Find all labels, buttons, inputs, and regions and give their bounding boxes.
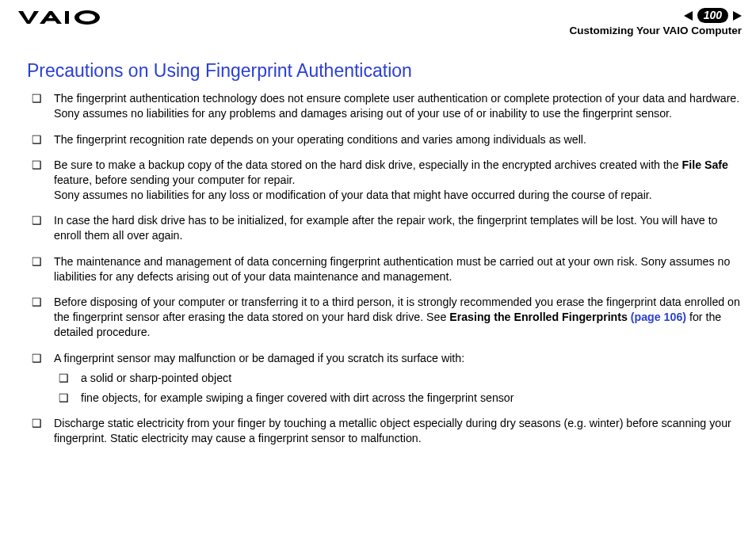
list-text: The fingerprint authentication technolog… <box>54 92 739 105</box>
list-item: The maintenance and management of data c… <box>32 254 742 284</box>
list-item: Discharge static electricity from your f… <box>32 416 742 446</box>
next-page-arrow-icon[interactable] <box>733 11 742 21</box>
list-text: The maintenance and management of data c… <box>54 255 730 283</box>
bold-term: File Safe <box>682 158 728 171</box>
list-item: fine objects, for example swiping a fing… <box>59 391 742 406</box>
list-text: The fingerprint recognition rate depends… <box>54 133 586 146</box>
sub-list: a solid or sharp-pointed object fine obj… <box>59 371 742 406</box>
bold-term: Erasing the Enrolled Fingerprints <box>449 311 631 323</box>
list-item: a solid or sharp-pointed object <box>59 371 742 386</box>
list-item: A fingerprint sensor may malfunction or … <box>32 351 742 406</box>
prev-page-arrow-icon[interactable] <box>684 11 693 21</box>
page-link[interactable]: (page 106) <box>631 311 686 323</box>
list-text: fine objects, for example swiping a fing… <box>81 391 514 404</box>
list-text: A fingerprint sensor may malfunction or … <box>54 352 464 364</box>
page-header: 100 Customizing Your VAIO Computer <box>17 8 742 38</box>
precautions-list: The fingerprint authentication technolog… <box>32 91 742 446</box>
svg-rect-0 <box>65 11 69 24</box>
list-text: feature, before sending your computer fo… <box>54 174 295 186</box>
vaio-logo <box>17 8 113 25</box>
page-number-badge: 100 <box>697 8 728 23</box>
list-item: Be sure to make a backup copy of the dat… <box>32 158 742 204</box>
list-text: Sony assumes no liabilities for any prob… <box>54 107 672 120</box>
list-text: Sony assumes no liabilities for any loss… <box>54 189 652 201</box>
list-text: Be sure to make a backup copy of the dat… <box>54 158 682 171</box>
list-text: a solid or sharp-pointed object <box>81 372 231 384</box>
section-title: Customizing Your VAIO Computer <box>569 24 742 38</box>
list-item: Before disposing of your computer or tra… <box>32 295 742 341</box>
list-item: The fingerprint authentication technolog… <box>32 91 742 121</box>
page-title: Precautions on Using Fingerprint Authent… <box>27 59 742 83</box>
list-item: The fingerprint recognition rate depends… <box>32 132 742 147</box>
page-navigation: 100 Customizing Your VAIO Computer <box>569 8 742 38</box>
list-item: In case the hard disk drive has to be in… <box>32 213 742 243</box>
list-text: Discharge static electricity from your f… <box>54 417 731 444</box>
list-text: In case the hard disk drive has to be in… <box>54 214 718 242</box>
